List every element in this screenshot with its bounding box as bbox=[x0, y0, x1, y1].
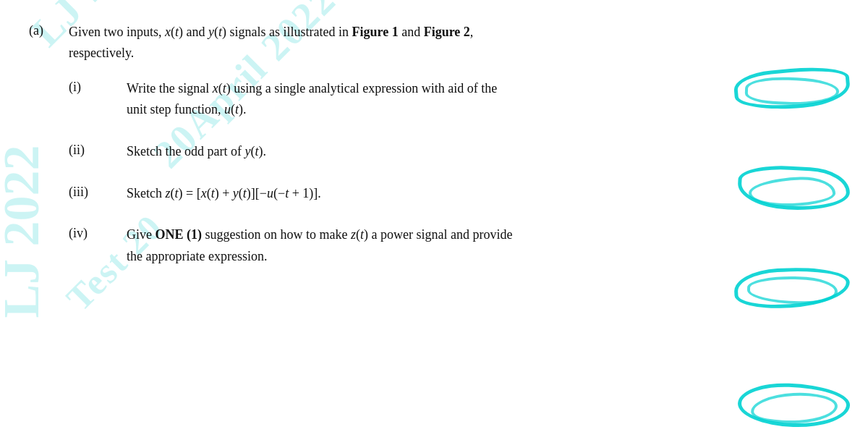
var-t1: t bbox=[175, 25, 179, 39]
sub-content-i: Write the signal x(t) using a single ana… bbox=[127, 78, 839, 121]
sub-question-iv: (iv) Give ONE (1) suggestion on how to m… bbox=[69, 224, 839, 267]
part-a-content: Given two inputs, x(t) and y(t) signals … bbox=[69, 22, 839, 288]
figure2-ref: Figure 2 bbox=[424, 25, 470, 39]
respectively-text: respectively. bbox=[69, 46, 134, 60]
using-word: using bbox=[234, 81, 262, 96]
sub-label-ii: (ii) bbox=[69, 141, 127, 163]
sub-questions-list: (i) Write the signal x(t) using a single… bbox=[69, 78, 839, 288]
sub-label-iii: (iii) bbox=[69, 183, 127, 205]
var-y: y bbox=[208, 25, 214, 39]
part-a: (a) Given two inputs, x(t) and y(t) sign… bbox=[29, 22, 839, 288]
part-a-label: (a) bbox=[29, 22, 69, 288]
var-x: x bbox=[165, 25, 171, 39]
sub-content-iii: Sketch z(t) = [x(t) + y(t)][−u(−t + 1)]. bbox=[127, 183, 839, 205]
sub-content-iv: Give ONE (1) suggestion on how to make z… bbox=[127, 224, 839, 267]
part-a-intro: Given two inputs, x(t) and y(t) signals … bbox=[69, 22, 839, 64]
sub-question-iii: (iii) Sketch z(t) = [x(t) + y(t)][−u(−t … bbox=[69, 183, 839, 205]
var-t2: t bbox=[218, 25, 222, 39]
sub-label-i: (i) bbox=[69, 78, 127, 121]
sub-question-i: (i) Write the signal x(t) using a single… bbox=[69, 78, 839, 121]
sub-label-iv: (iv) bbox=[69, 224, 127, 267]
figure1-ref: Figure 1 bbox=[352, 25, 399, 39]
sub-content-ii: Sketch the odd part of y(t). bbox=[127, 141, 839, 163]
sub-question-ii: (ii) Sketch the odd part of y(t). bbox=[69, 141, 839, 163]
